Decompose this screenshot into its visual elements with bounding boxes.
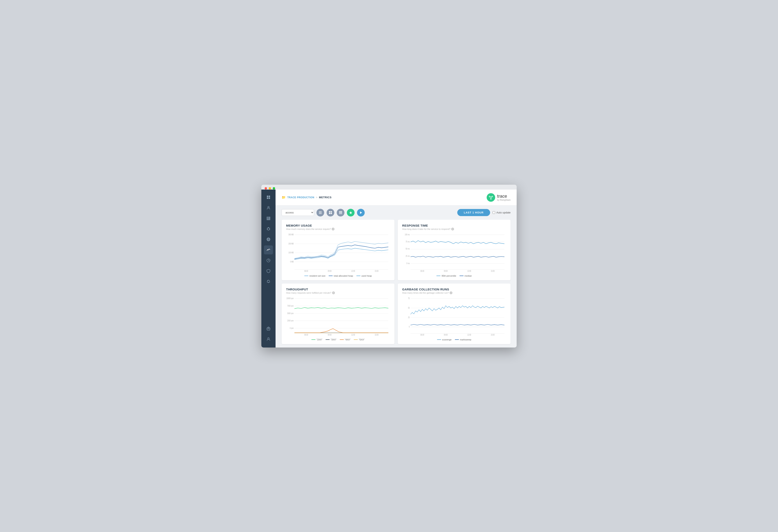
memory-info-icon[interactable]: i [332, 228, 334, 231]
app-container: 📁 TRACE PRODUCTION > METRICS [261, 190, 517, 348]
sidebar-item-profiler[interactable] [264, 256, 273, 265]
svg-text:7500 rpm: 7500 rpm [287, 305, 294, 307]
close-dot[interactable] [264, 187, 267, 190]
gc-info-icon[interactable]: i [450, 291, 452, 294]
svg-rect-48 [339, 214, 340, 214]
sidebar-item-users[interactable] [264, 203, 273, 212]
sidebar-item-account[interactable] [264, 335, 273, 344]
custom-view-button[interactable] [347, 209, 355, 216]
memory-usage-subtitle: How much memory does the service require… [286, 228, 390, 231]
svg-text:0 MB: 0 MB [290, 260, 294, 263]
gc-chart: 75 50 25 0 06:00 09:00 12:00 15:00 [402, 296, 506, 337]
view-list-button[interactable] [316, 209, 324, 216]
throughput-legend: "2XX" "3XX" "4XX" "5XX" [286, 338, 390, 341]
header: 📁 TRACE PRODUCTION > METRICS [276, 190, 517, 205]
svg-rect-35 [319, 211, 322, 212]
svg-line-13 [269, 228, 270, 229]
legend-marksweep: marksweep [455, 338, 471, 341]
auto-update-checkbox[interactable] [492, 211, 495, 214]
logo-text-area: trace by RisingStack [497, 194, 511, 201]
svg-text:09:00: 09:00 [444, 334, 448, 336]
browser-window: 📁 TRACE PRODUCTION > METRICS [261, 185, 517, 348]
gc-legend: scavenge marksweep [402, 338, 506, 341]
maximize-dot[interactable] [273, 187, 275, 190]
memory-usage-title: MEMORY USAGE [286, 224, 390, 227]
sidebar-item-bugs[interactable] [264, 225, 273, 233]
svg-text:15:00: 15:00 [375, 334, 379, 336]
svg-line-12 [267, 228, 267, 229]
logo-icon [487, 193, 495, 202]
svg-point-26 [268, 328, 269, 329]
svg-rect-38 [329, 211, 330, 212]
svg-text:75 ms: 75 ms [406, 240, 410, 243]
breadcrumb: 📁 TRACE PRODUCTION > METRICS [282, 195, 331, 199]
svg-rect-8 [267, 219, 270, 220]
time-range-button[interactable]: LAST 1 HOUR [457, 209, 490, 216]
svg-rect-42 [339, 211, 340, 212]
service-select[interactable]: access api worker [282, 209, 314, 216]
memory-usage-legend: resident set size total allocated heap u… [286, 275, 390, 277]
legend-median: median [460, 275, 472, 277]
sidebar-item-alerts[interactable] [264, 277, 273, 286]
svg-text:50 ms: 50 ms [406, 248, 410, 250]
sidebar [261, 190, 276, 348]
gc-subtitle: How many times did the garbage collector… [402, 291, 506, 294]
svg-point-10 [269, 218, 270, 219]
svg-text:12:00: 12:00 [467, 270, 471, 272]
memory-usage-card: MEMORY USAGE How much memory does the se… [282, 220, 394, 280]
svg-text:09:00: 09:00 [444, 270, 448, 272]
svg-text:15:00: 15:00 [375, 270, 379, 272]
view-grid3-button[interactable] [337, 209, 344, 216]
sidebar-item-servers[interactable] [264, 214, 273, 223]
svg-text:100 ms: 100 ms [405, 234, 410, 236]
sidebar-item-settings[interactable] [264, 324, 273, 333]
svg-text:12:00: 12:00 [351, 334, 355, 336]
svg-point-11 [267, 228, 269, 230]
throughput-title: THROUGHPUT [286, 287, 390, 291]
breadcrumb-service[interactable]: TRACE PRODUCTION [287, 196, 314, 199]
svg-marker-51 [360, 211, 362, 214]
legend-4xx: "4XX" [340, 338, 351, 341]
sidebar-item-metrics[interactable] [264, 246, 273, 254]
throughput-info-icon[interactable]: i [332, 291, 335, 294]
throughput-card: THROUGHPUT How many requests were fulfil… [282, 283, 394, 344]
svg-rect-1 [269, 196, 270, 197]
sidebar-item-security[interactable] [264, 267, 273, 275]
svg-text:200 MB: 200 MB [289, 242, 294, 245]
svg-text:12:00: 12:00 [467, 334, 471, 336]
svg-text:25: 25 [408, 316, 410, 318]
svg-text:300 MB: 300 MB [289, 234, 294, 236]
response-time-chart: 100 ms 75 ms 50 ms 25 ms 0 ms 06:00 09:0… [402, 233, 506, 273]
view-grid2-button[interactable] [327, 209, 334, 216]
navigate-button[interactable] [357, 209, 365, 216]
legend-2xx: "2XX" [311, 338, 322, 341]
svg-text:12:00: 12:00 [351, 270, 355, 272]
svg-text:50: 50 [408, 307, 410, 309]
svg-text:06:00: 06:00 [304, 270, 308, 272]
svg-text:5000 rpm: 5000 rpm [287, 312, 294, 314]
svg-text:0 ms: 0 ms [406, 262, 410, 264]
memory-usage-chart: 300 MB 200 MB 100 MB 0 MB 06:00 09:00 12… [286, 233, 390, 273]
svg-point-5 [268, 207, 269, 207]
svg-rect-40 [329, 213, 330, 214]
response-time-subtitle: How long does it take for the service to… [402, 228, 506, 231]
svg-text:0 rpm: 0 rpm [290, 327, 294, 329]
svg-text:09:00: 09:00 [328, 334, 332, 336]
response-info-icon[interactable]: i [451, 228, 454, 231]
minimize-dot[interactable] [269, 187, 271, 190]
response-time-title: RESPONSE TIME [402, 224, 506, 227]
gc-title: GARBAGE COLLECTION RUNS [402, 287, 506, 291]
folder-icon: 📁 [282, 195, 286, 199]
throughput-subtitle: How many requests were fulfilled per min… [286, 291, 390, 294]
svg-rect-41 [331, 213, 332, 214]
svg-line-15 [269, 230, 270, 230]
sidebar-item-dashboard[interactable] [264, 193, 273, 202]
browser-chrome [261, 185, 517, 190]
svg-rect-2 [267, 197, 268, 199]
svg-rect-43 [340, 211, 341, 212]
response-time-card: RESPONSE TIME How long does it take for … [398, 220, 511, 280]
svg-point-31 [490, 199, 491, 199]
sidebar-item-globe[interactable] [264, 235, 273, 244]
svg-text:2500 rpm: 2500 rpm [287, 320, 294, 322]
legend-5xx: "5XX" [354, 338, 365, 341]
